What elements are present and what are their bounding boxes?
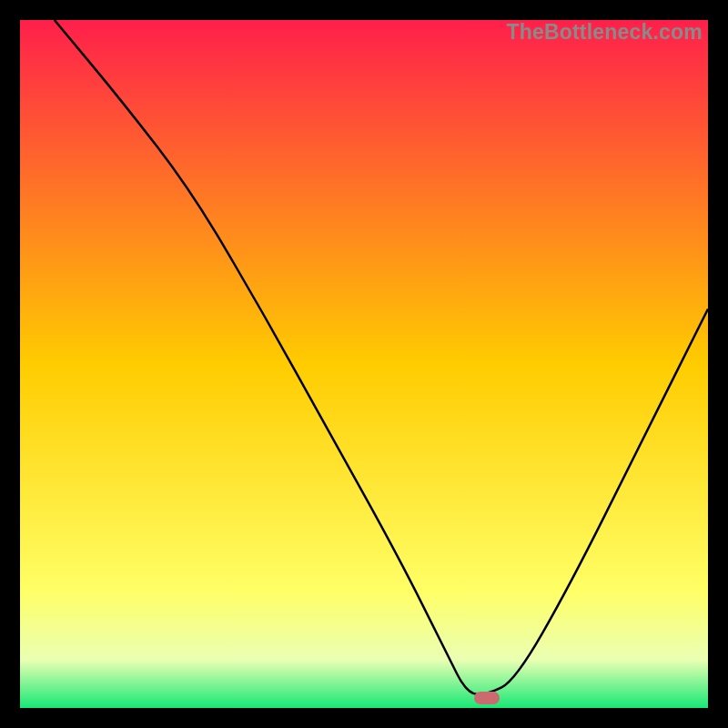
watermark-label: TheBottleneck.com [506,20,703,45]
chart-frame: TheBottleneck.com [20,20,708,708]
chart-plot [20,20,708,708]
optimal-marker [474,692,500,704]
gradient-background [20,20,708,708]
